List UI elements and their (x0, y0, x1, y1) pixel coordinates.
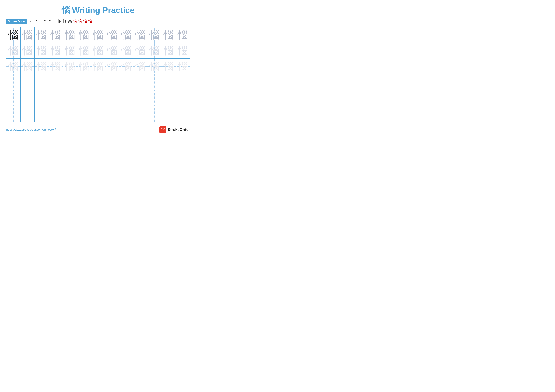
grid-cell-r5-c10 (133, 90, 147, 106)
char-light: 惱 (178, 45, 188, 56)
grid-cell-r4-c5 (63, 74, 77, 90)
char-light: 惱 (135, 45, 145, 56)
char-lighter: 惱 (164, 61, 174, 72)
grid-cell-r3-c3: 惱 (35, 58, 49, 74)
char-light: 惱 (51, 45, 61, 56)
char-light: 惱 (22, 45, 33, 56)
title-text: Writing Practice (72, 6, 134, 15)
title-section: 惱 Writing Practice (6, 5, 190, 16)
grid-cell-r2-c11: 惱 (147, 43, 161, 58)
grid-cell-r6-c7 (91, 106, 105, 122)
char-lighter: 惱 (107, 61, 117, 72)
stroke-11: 惱 (83, 19, 87, 24)
grid-cell-r3-c1: 惱 (7, 58, 21, 74)
stroke-3: ⺊ (39, 19, 43, 24)
stroke-1: 丶 (29, 19, 33, 24)
grid-cell-r6-c13 (175, 106, 190, 122)
char-lighter: 惱 (178, 61, 188, 72)
grid-cell-r1-c9: 惱 (119, 27, 133, 43)
practice-row-3: 惱 惱 惱 惱 惱 惱 惱 惱 惱 惱 惱 惱 (7, 58, 190, 74)
char-lighter: 惱 (51, 61, 61, 72)
grid-cell-r6-c1 (7, 106, 21, 122)
grid-cell-r2-c7: 惱 (91, 43, 105, 58)
grid-cell-r3-c13: 惱 (175, 58, 190, 74)
grid-cell-r2-c5: 惱 (63, 43, 77, 58)
stroke-4: 忄 (44, 19, 48, 24)
grid-cell-r5-c12 (161, 90, 175, 106)
char-lighter: 惱 (22, 61, 33, 72)
grid-cell-r5-c1 (7, 90, 21, 106)
grid-cell-r4-c10 (133, 74, 147, 90)
grid-cell-r4-c4 (49, 74, 63, 90)
grid-cell-r6-c4 (49, 106, 63, 122)
char-medium: 惱 (79, 29, 89, 41)
grid-cell-r5-c4 (49, 90, 63, 106)
grid-cell-r6-c11 (147, 106, 161, 122)
char-light: 惱 (79, 45, 89, 56)
char-light: 惱 (37, 45, 47, 56)
grid-cell-r6-c3 (35, 106, 49, 122)
stroke-8: 怒 (68, 19, 72, 24)
char-lighter: 惱 (135, 61, 145, 72)
char-dark: 惱 (8, 29, 19, 41)
stroke-order-badge: Stroke Order (6, 19, 27, 24)
grid-cell-r5-c11 (147, 90, 161, 106)
grid-cell-r5-c2 (21, 90, 35, 106)
practice-row-1: 惱 惱 惱 惱 惱 惱 惱 惱 惱 惱 惱 惱 (7, 27, 190, 43)
grid-cell-r1-c12: 惱 (161, 27, 175, 43)
practice-row-5 (7, 90, 190, 106)
grid-cell-r3-c7: 惱 (91, 58, 105, 74)
grid-cell-r3-c8: 惱 (105, 58, 119, 74)
footer-url: https://www.strokeorder.com/chinese/惱 (6, 128, 56, 132)
grid-cell-r4-c12 (161, 74, 175, 90)
char-medium: 惱 (22, 29, 33, 41)
grid-cell-r5-c3 (35, 90, 49, 106)
title-char: 惱 (62, 6, 70, 15)
char-light: 惱 (65, 45, 75, 56)
grid-cell-r3-c11: 惱 (147, 58, 161, 74)
char-medium: 惱 (164, 29, 174, 41)
grid-cell-r5-c9 (119, 90, 133, 106)
char-light: 惱 (107, 45, 117, 56)
grid-cell-r2-c6: 惱 (77, 43, 91, 58)
grid-cell-r2-c4: 惱 (49, 43, 63, 58)
char-medium: 惱 (107, 29, 117, 41)
footer-brand: 字 StrokeOrder (160, 126, 190, 133)
grid-cell-r2-c12: 惱 (161, 43, 175, 58)
grid-cell-r2-c8: 惱 (105, 43, 119, 58)
grid-cell-r3-c9: 惱 (119, 58, 133, 74)
grid-cell-r4-c7 (91, 74, 105, 90)
grid-cell-r4-c11 (147, 74, 161, 90)
practice-row-6 (7, 106, 190, 122)
grid-cell-r5-c13 (175, 90, 190, 106)
grid-cell-r2-c9: 惱 (119, 43, 133, 58)
grid-cell-r1-c5: 惱 (63, 27, 77, 43)
stroke-10: 恼 (78, 19, 82, 24)
grid-cell-r6-c6 (77, 106, 91, 122)
stroke-steps: 丶 ㇀ ⺊ 忄 忄⺊ 怄 怅 怒 恼 恼 惱 惱 (29, 19, 92, 24)
char-lighter: 惱 (37, 61, 47, 72)
char-light: 惱 (93, 45, 103, 56)
grid-cell-r3-c6: 惱 (77, 58, 91, 74)
grid-cell-r2-c3: 惱 (35, 43, 49, 58)
grid-cell-r1-c4: 惱 (49, 27, 63, 43)
char-lighter: 惱 (8, 61, 19, 72)
char-medium: 惱 (121, 29, 131, 41)
practice-grid: 惱 惱 惱 惱 惱 惱 惱 惱 惱 惱 惱 惱 (6, 27, 190, 122)
grid-cell-r2-c13: 惱 (175, 43, 190, 58)
brand-name: StrokeOrder (168, 128, 190, 132)
stroke-order-row: Stroke Order 丶 ㇀ ⺊ 忄 忄⺊ 怄 怅 怒 恼 恼 惱 惱 (6, 19, 190, 24)
char-light: 惱 (164, 45, 174, 56)
stroke-7: 怅 (63, 19, 67, 24)
grid-cell-r6-c9 (119, 106, 133, 122)
grid-cell-r1-c7: 惱 (91, 27, 105, 43)
stroke-12: 惱 (88, 19, 92, 24)
grid-cell-r3-c2: 惱 (21, 58, 35, 74)
grid-cell-r6-c2 (21, 106, 35, 122)
grid-cell-r1-c2: 惱 (21, 27, 35, 43)
char-lighter: 惱 (79, 61, 89, 72)
grid-cell-r5-c8 (105, 90, 119, 106)
stroke-9: 恼 (73, 19, 77, 24)
grid-cell-r4-c13 (175, 74, 190, 90)
grid-cell-r4-c1 (7, 74, 21, 90)
